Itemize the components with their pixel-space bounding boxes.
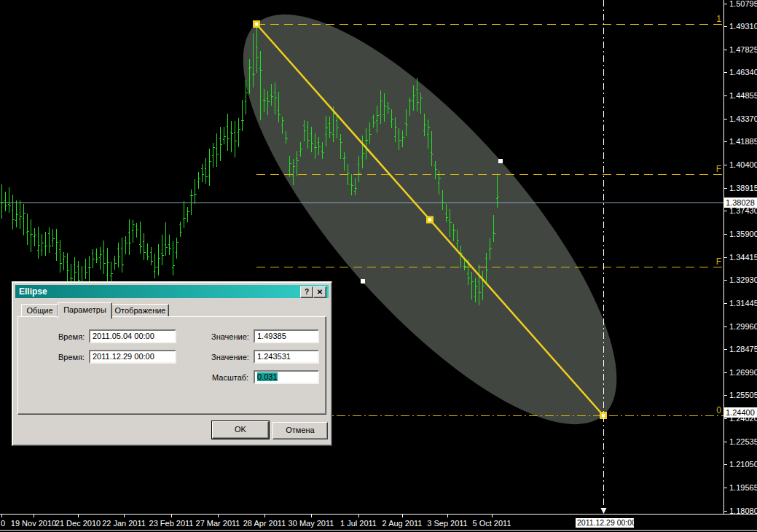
- time-axis-tick: [78, 515, 79, 517]
- time-axis-label: 1 Jul 2011: [340, 519, 377, 528]
- price-axis-label: 1.32930: [729, 275, 757, 284]
- window-bottom-edge: [0, 530, 757, 531]
- price-axis-tick: [724, 488, 727, 488]
- ok-button[interactable]: OK: [212, 421, 269, 439]
- time-axis-tick: [492, 515, 493, 517]
- price-axis-tick: [724, 141, 727, 142]
- value2-label: Значение:: [211, 353, 249, 361]
- price-axis-tick: [724, 234, 727, 235]
- price-axis-label: 1.34415: [729, 253, 757, 262]
- price-axis-label: 1.38915: [729, 184, 757, 192]
- fibo-level-label: 1: [716, 14, 721, 24]
- price-axis-tick: [724, 349, 727, 350]
- price-axis-tick: [724, 165, 727, 165]
- price-axis-label: 1.41885: [729, 137, 757, 146]
- price-axis-label: 1.31445: [729, 299, 757, 308]
- price-axis-label: 1.25505: [729, 391, 757, 399]
- price-axis-tick: [724, 511, 727, 512]
- time-axis-label: 3 Sep 2011: [427, 519, 467, 528]
- price-axis-label: 1.46340: [729, 68, 757, 77]
- time-axis-tick: [402, 515, 403, 517]
- price-axis-tick: [724, 303, 727, 304]
- price-axis-label: 1.21050: [729, 460, 757, 469]
- time-axis-label: 28 Apr 2011: [243, 519, 286, 528]
- price-axis-label: 1.26990: [729, 368, 757, 377]
- price-axis-tick: [724, 188, 727, 189]
- fibo-zero-price-tag: 1.24400: [724, 407, 757, 418]
- metatrader-chart-window: 1FF0 1.507951.493101.478251.463401.44855…: [0, 0, 757, 532]
- price-axis-label: 1.29960: [729, 322, 757, 331]
- fibo-level-label: F: [716, 257, 721, 267]
- value1-input[interactable]: 1.49385: [254, 329, 319, 343]
- ellipse-properties-dialog: Ellipse ? ✕ Общие Параметры Отображение …: [12, 281, 332, 446]
- time-axis-label: 2 Aug 2011: [383, 519, 423, 528]
- price-axis-tick: [724, 4, 727, 4]
- price-axis-label: 1.47825: [729, 45, 757, 54]
- current-price-tag: 1.38028: [724, 197, 757, 208]
- time1-input[interactable]: 2011.05.04 00:00: [89, 329, 176, 343]
- price-axis-tick: [724, 95, 727, 96]
- price-axis-label: 1.19565: [729, 483, 757, 492]
- price-axis-tick: [724, 372, 727, 373]
- time-axis-tick: [171, 515, 172, 517]
- crosshair-arrow-icon: [601, 508, 607, 514]
- price-axis-tick: [724, 442, 727, 442]
- time-axis-tick: [311, 515, 312, 517]
- chart-canvas: 1FF0: [0, 0, 757, 532]
- help-icon[interactable]: ?: [300, 286, 313, 298]
- trendline-handle-center: [428, 219, 431, 222]
- crosshair-date-tag: 2011.12.29 00:00: [576, 518, 634, 528]
- parameters-tab-panel: Время: 2011.05.04 00:00 Значение: 1.4938…: [17, 316, 326, 415]
- price-axis-label: 1.43370: [729, 114, 757, 123]
- time-axis-label: 0: [1, 519, 5, 528]
- time-axis-label: 21 Dec 2010: [55, 519, 101, 528]
- scale-label: Масштаб:: [212, 373, 248, 382]
- time-axis-tick: [124, 515, 125, 517]
- time-axis-label: 30 May 2011: [289, 519, 334, 528]
- time-axis-tick: [358, 515, 359, 517]
- price-axis-label: 1.35900: [729, 230, 757, 238]
- close-icon[interactable]: ✕: [313, 286, 326, 298]
- price-axis[interactable]: 1.507951.493101.478251.463401.448551.433…: [723, 0, 757, 514]
- scale-selected-text: 0.031: [257, 372, 278, 381]
- scale-input[interactable]: 0.031: [254, 370, 319, 384]
- fibo-level-label: F: [716, 164, 721, 174]
- price-axis-label: 1.50795: [729, 0, 757, 8]
- time-axis-label: 19 Nov 2010: [11, 519, 56, 528]
- price-axis-tick: [724, 395, 727, 396]
- price-axis-label: 1.44855: [729, 91, 757, 100]
- price-axis-tick: [724, 280, 727, 281]
- value2-input[interactable]: 1.243531: [254, 350, 319, 364]
- time2-input[interactable]: 2011.12.29 00:00: [89, 350, 176, 364]
- value1-label: Значение:: [211, 332, 249, 341]
- cancel-button[interactable]: Отмена: [272, 422, 328, 439]
- trendline-handle-center: [255, 23, 258, 26]
- time-axis-label: 27 Mar 2011: [196, 519, 240, 528]
- time2-label: Время:: [58, 353, 85, 361]
- time-axis-label: 23 Feb 2011: [149, 519, 194, 528]
- price-axis-label: 1.22535: [729, 437, 757, 446]
- time-axis-label: 5 Oct 2011: [473, 519, 511, 528]
- price-axis-tick: [724, 211, 727, 211]
- time-axis-tick: [264, 515, 265, 517]
- price-axis-tick: [724, 72, 727, 73]
- dialog-title: Ellipse: [19, 286, 47, 297]
- fibo-level-label: 0: [716, 405, 721, 415]
- ellipse-handle[interactable]: [498, 159, 503, 163]
- price-axis-label: 1.28475: [729, 345, 757, 353]
- time-axis-tick: [1, 515, 2, 517]
- tab-parameters[interactable]: Параметры: [58, 302, 112, 319]
- price-axis-label: 1.49310: [729, 22, 757, 31]
- ellipse-handle[interactable]: [361, 279, 365, 283]
- price-axis-tick: [724, 418, 727, 419]
- price-axis-tick: [724, 464, 727, 465]
- price-axis-tick: [724, 326, 727, 327]
- price-axis-tick: [724, 26, 727, 27]
- price-axis-tick: [724, 257, 727, 258]
- time-axis-tick: [447, 515, 448, 517]
- time-axis-label: 22 Jan 2011: [102, 519, 146, 528]
- price-axis-label: 1.40400: [729, 160, 757, 169]
- price-axis-tick: [724, 119, 727, 120]
- price-axis-tick: [724, 50, 727, 50]
- dialog-title-bar[interactable]: Ellipse ? ✕: [15, 285, 329, 298]
